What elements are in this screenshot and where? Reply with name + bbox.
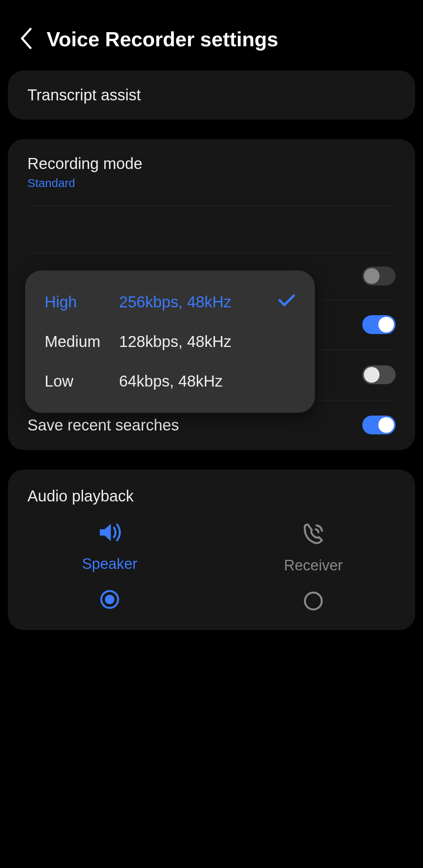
block-calls-toggle[interactable] bbox=[362, 315, 396, 334]
quality-medium-detail: 128kbps, 48kHz bbox=[119, 333, 295, 350]
quality-high-label: High bbox=[45, 293, 119, 311]
playback-receiver-option[interactable]: Receiver bbox=[212, 521, 415, 610]
back-icon[interactable] bbox=[20, 28, 33, 51]
recording-mode-label: Recording mode bbox=[27, 155, 143, 173]
playback-speaker-option[interactable]: Speaker bbox=[8, 521, 212, 610]
save-searches-toggle[interactable] bbox=[362, 416, 396, 434]
save-searches-label: Save recent searches bbox=[27, 416, 179, 434]
row-transcript-assist[interactable]: Transcript assist bbox=[8, 71, 415, 120]
card-playback: Audio playback Speaker Receiver bbox=[8, 470, 415, 630]
card-transcript: Transcript assist bbox=[8, 71, 415, 120]
recording-mode-value: Standard bbox=[27, 176, 143, 190]
receiver-radio[interactable] bbox=[304, 592, 323, 610]
quality-high-detail: 256kbps, 48kHz bbox=[119, 293, 274, 311]
quality-low-label: Low bbox=[45, 372, 119, 390]
quality-medium-label: Medium bbox=[45, 333, 119, 350]
check-icon bbox=[278, 293, 295, 311]
speaker-icon bbox=[96, 521, 123, 546]
transcript-assist-label: Transcript assist bbox=[27, 86, 141, 104]
quality-option-high[interactable]: High 256kbps, 48kHz bbox=[25, 282, 315, 322]
receiver-label: Receiver bbox=[284, 557, 343, 574]
speaker-label: Speaker bbox=[82, 556, 137, 572]
speaker-radio[interactable] bbox=[100, 590, 119, 609]
page-title: Voice Recorder settings bbox=[47, 27, 278, 51]
quality-option-medium[interactable]: Medium 128kbps, 48kHz bbox=[25, 322, 315, 361]
header: Voice Recorder settings bbox=[8, 0, 415, 71]
quality-popup: High 256kbps, 48kHz Medium 128kbps, 48kH… bbox=[25, 271, 315, 413]
row-recording-mode[interactable]: Recording mode Standard bbox=[8, 139, 415, 205]
playback-options: Speaker Receiver bbox=[8, 517, 415, 630]
audio-playback-title: Audio playback bbox=[8, 470, 415, 517]
quality-option-low[interactable]: Low 64kbps, 48kHz bbox=[25, 361, 315, 401]
auto-play-toggle[interactable] bbox=[362, 365, 396, 384]
receiver-icon bbox=[301, 521, 326, 547]
row-quality-hidden[interactable] bbox=[8, 205, 415, 252]
quality-low-detail: 64kbps, 48kHz bbox=[119, 372, 295, 390]
hidden-toggle[interactable] bbox=[362, 267, 396, 285]
